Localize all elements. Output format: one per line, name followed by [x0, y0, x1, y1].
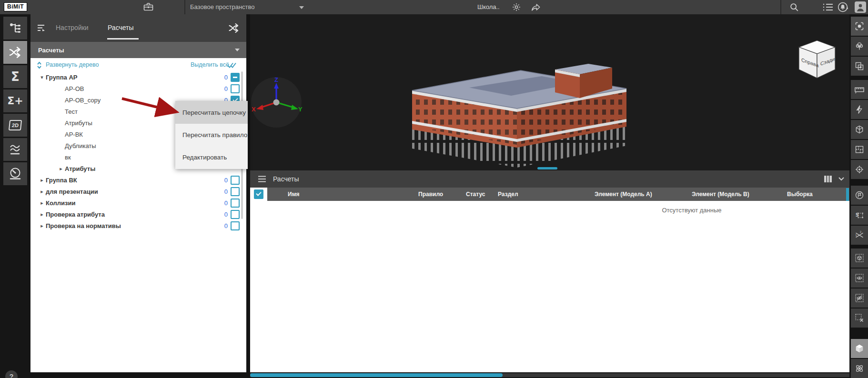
compare-models-button[interactable]: 12	[851, 226, 868, 245]
table-checkbox-checked[interactable]	[254, 189, 263, 199]
chevron-down-icon[interactable]	[838, 177, 845, 181]
workspace-icon[interactable]	[143, 2, 154, 12]
locate-button[interactable]	[851, 160, 868, 179]
column-header-name[interactable]: Имя	[288, 191, 300, 198]
workspace-selector[interactable]: Базовое пространство	[190, 3, 255, 10]
graphs-tool-button[interactable]	[3, 138, 27, 161]
checkbox-unchecked[interactable]	[231, 84, 240, 93]
help-button[interactable]: ?	[5, 370, 18, 378]
column-header-element-a[interactable]: Элемент (Модель А)	[595, 191, 652, 198]
tree-item-dlya-prezentacii[interactable]: ▸для презентации0	[30, 186, 246, 197]
tree-section-header[interactable]: Расчеты	[30, 42, 246, 58]
caret-collapsed-icon[interactable]: ▸	[38, 211, 46, 218]
axis-gizmo[interactable]: Z Y X	[250, 76, 303, 129]
double-check-icon[interactable]	[227, 62, 237, 69]
column-header-selection[interactable]: Выборка	[787, 191, 813, 198]
context-menu: Пересчитать цепочку Пересчитать правило …	[175, 101, 248, 169]
model-tree-tool-button[interactable]	[3, 17, 27, 40]
checkbox-unchecked[interactable]	[231, 210, 240, 219]
column-header-status[interactable]: Статус	[466, 191, 485, 198]
quick-mode-button[interactable]	[851, 100, 868, 119]
floorplan-button[interactable]	[851, 140, 868, 159]
caret-collapsed-icon[interactable]: ▸	[38, 189, 46, 195]
show-elements-button[interactable]	[851, 269, 868, 288]
tree-item-proverka-na-normativy[interactable]: ▸Проверка на нормативы0	[30, 220, 246, 231]
environment-button[interactable]	[851, 37, 868, 56]
expand-tree-link[interactable]: Развернуть дерево	[46, 61, 99, 68]
drawings-2d-tool-button[interactable]: 2D	[3, 114, 27, 137]
menu-item-recalculate-rule[interactable]: Пересчитать правило	[175, 124, 248, 146]
hamburger-icon[interactable]	[258, 175, 266, 183]
tree-item-label: АР-ОВ	[65, 85, 84, 92]
clear-selection-button[interactable]	[851, 308, 868, 328]
checkbox-unchecked[interactable]	[231, 176, 240, 185]
panel-resize-handle[interactable]	[537, 167, 557, 169]
columns-icon[interactable]	[824, 175, 832, 183]
tree-nature-icon	[855, 41, 864, 51]
target-icon	[855, 165, 864, 174]
user-avatar[interactable]	[855, 1, 866, 13]
caret-expanded-icon[interactable]: ▾	[38, 74, 46, 80]
topbar-divider	[184, 0, 185, 14]
crossed-lines-icon: 12	[855, 230, 864, 240]
project-title[interactable]: Школа..	[477, 3, 500, 10]
checkbox-indeterminate[interactable]	[231, 73, 240, 82]
caret-collapsed-icon[interactable]: ▸	[57, 166, 65, 172]
svg-text:1: 1	[855, 234, 857, 237]
checkbox-unchecked[interactable]	[231, 199, 240, 208]
horizontal-scrollbar-track[interactable]	[250, 373, 849, 377]
horizontal-scrollbar-thumb[interactable]	[250, 373, 503, 377]
select-all-link[interactable]: Выделить всё	[191, 61, 229, 68]
show-box-button[interactable]	[851, 249, 868, 268]
isolate-selection-button[interactable]	[851, 57, 868, 76]
workspace-caret-icon[interactable]	[299, 6, 304, 9]
column-header-rule[interactable]: Правило	[418, 191, 443, 198]
project-settings-gear-icon[interactable]	[512, 2, 521, 12]
hide-elements-button[interactable]	[851, 288, 868, 308]
section-collapse-caret-icon[interactable]	[235, 49, 240, 51]
tree-item-gruppa-ar[interactable]: ▾Группа АР0	[30, 71, 246, 83]
menu-item-edit[interactable]: Редактировать	[175, 146, 248, 169]
sum-add-tool-button[interactable]: Σ+	[3, 90, 27, 112]
view-cube[interactable]: Справа Сзади	[796, 39, 838, 81]
tree-item-gruppa-vk[interactable]: ▸Группа ВК0	[30, 174, 246, 186]
viewport-3d[interactable]: Z Y X Справа Сзади	[250, 14, 849, 170]
tree-item-proverka-atributa[interactable]: ▸Проверка атрибута0	[30, 209, 246, 220]
sum-tool-button[interactable]: Σ	[3, 65, 27, 88]
list-menu-icon[interactable]	[822, 2, 834, 12]
menu-item-recalculate-chain[interactable]: Пересчитать цепочку	[175, 101, 248, 124]
tab-calculations[interactable]: Расчеты	[108, 24, 134, 31]
collapse-panel-icon[interactable]	[36, 23, 47, 33]
tab-settings[interactable]: Настройки	[56, 24, 89, 31]
dashboard-tool-button[interactable]	[3, 162, 27, 185]
column-header-element-b[interactable]: Элемент (Модель B)	[692, 191, 749, 198]
zoom-selected-button[interactable]	[851, 17, 868, 36]
caret-collapsed-icon[interactable]: ▸	[38, 200, 46, 206]
chains-panel-icon[interactable]	[228, 22, 240, 34]
orbit-mode-button[interactable]	[851, 359, 868, 378]
eye-icon	[855, 273, 864, 283]
gauge-icon	[9, 167, 22, 180]
chains-tool-button[interactable]	[3, 41, 27, 64]
checkbox-unchecked[interactable]	[231, 221, 240, 230]
tree-item-kollizii[interactable]: ▸Коллизии0	[30, 197, 246, 209]
measure-button[interactable]	[851, 80, 868, 99]
column-header-section[interactable]: Раздел	[498, 191, 518, 198]
tree-item-ar-ov[interactable]: АР-ОВ0	[30, 83, 246, 94]
select-all-cell[interactable]	[250, 188, 267, 201]
search-icon[interactable]	[789, 2, 799, 12]
caret-collapsed-icon[interactable]: ▸	[38, 177, 46, 183]
tree-item-label: Проверка атрибута	[46, 211, 105, 218]
expand-collapse-icon[interactable]	[37, 61, 42, 69]
isolate-icon	[855, 61, 864, 71]
issues-button[interactable]	[851, 186, 868, 205]
share-icon[interactable]	[531, 2, 541, 12]
caret-collapsed-icon[interactable]: ▸	[38, 223, 46, 229]
model-view-button[interactable]	[851, 339, 868, 358]
building-model[interactable]	[398, 37, 646, 170]
selection-sets-button[interactable]: S	[851, 206, 868, 225]
section-box-button[interactable]	[851, 120, 868, 139]
checkbox-unchecked[interactable]	[231, 187, 240, 196]
notifications-bell-icon[interactable]	[837, 1, 848, 13]
selection-set-icon: S	[855, 210, 864, 220]
